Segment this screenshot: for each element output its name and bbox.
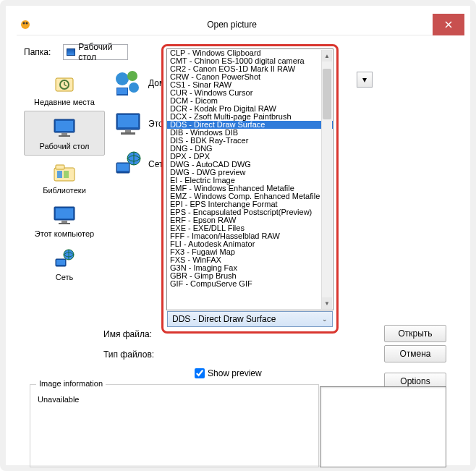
scroll-thumb[interactable] xyxy=(323,69,331,119)
titlebar: Open picture xyxy=(17,14,464,35)
checkbox-label: Show preview xyxy=(208,368,262,378)
close-button[interactable] xyxy=(433,14,464,35)
info-text: Unavailable xyxy=(30,385,318,414)
filetype-option[interactable]: DCR - Kodak Pro Digital RAW xyxy=(167,105,333,113)
svg-point-2 xyxy=(26,22,28,24)
svg-rect-8 xyxy=(59,135,70,137)
filetype-option[interactable]: DCX - Zsoft Multi-page Paintbrush xyxy=(167,113,333,121)
filetype-option[interactable]: CR2 - Canon EOS-1D Mark II RAW xyxy=(167,65,333,73)
folder-combo[interactable]: Рабочий стол xyxy=(63,44,128,60)
filetype-option[interactable]: G3N - Imaging Fax xyxy=(167,264,333,272)
sidebar-item-libraries[interactable]: Библиотеки xyxy=(24,156,105,199)
svg-rect-6 xyxy=(56,121,73,131)
network-icon xyxy=(114,150,143,179)
places-sidebar: Недавние места Рабочий стол Библиотеки xyxy=(24,67,105,342)
filetype-option[interactable]: EMF - Windows Enhanced Metafile xyxy=(167,184,333,192)
filetype-option[interactable]: FXS - WinFAX xyxy=(167,256,333,264)
filetype-option[interactable]: DIS - BDK Ray-Tracer xyxy=(167,137,333,145)
info-legend: Image information xyxy=(36,379,106,388)
show-preview-checkbox[interactable]: Show preview xyxy=(195,368,262,378)
filetype-option[interactable]: DPX - DPX xyxy=(167,153,333,161)
svg-point-21 xyxy=(127,71,137,81)
filetype-option[interactable]: EMZ - Windows Comp. Enhanced Metafile xyxy=(167,192,333,200)
sidebar-item-recent[interactable]: Недавние места xyxy=(24,67,105,111)
filetype-option[interactable]: CMT - Chinon ES-1000 digital camera xyxy=(167,57,333,65)
libraries-icon xyxy=(51,161,77,183)
sidebar-item-network[interactable]: Сеть xyxy=(24,242,105,286)
filetype-option[interactable]: CS1 - Sinar RAW xyxy=(167,81,333,89)
filetype-combo-value: DDS - Direct Draw Surface xyxy=(172,314,276,324)
preview-box xyxy=(320,386,446,467)
image-information-group: Image information Unavailable xyxy=(30,384,319,467)
sidebar-item-label: Недавние места xyxy=(34,98,95,106)
network-icon xyxy=(51,248,77,270)
sidebar-item-computer[interactable]: Этот компьютер xyxy=(24,199,105,242)
app-icon xyxy=(20,19,31,30)
scroll-up-arrow[interactable]: ▲ xyxy=(322,50,332,61)
filename-label: Имя файла: xyxy=(103,329,152,339)
window-title: Open picture xyxy=(31,20,433,30)
filetype-dropdown-highlight: CLP - Windows ClipboardCMT - Chinon ES-1… xyxy=(161,44,339,334)
network-group-icon xyxy=(114,69,143,98)
open-button[interactable]: Открыть xyxy=(384,325,446,342)
filetype-option[interactable]: CLP - Windows Clipboard xyxy=(167,49,333,57)
filetype-option[interactable]: EPS - Encapsulated Postscript(Preview) xyxy=(167,208,333,216)
filetype-option[interactable]: DWG - DWG preview xyxy=(167,169,333,177)
filetype-option[interactable]: DNG - DNG xyxy=(167,145,333,153)
filetype-dropdown-list[interactable]: CLP - Windows ClipboardCMT - Chinon ES-1… xyxy=(166,48,333,310)
svg-rect-14 xyxy=(56,208,73,218)
nav-dropdown-button[interactable]: ▾ xyxy=(357,72,373,88)
filetype-option[interactable]: FFF - Imacon/Hasselblad RAW xyxy=(167,232,333,240)
svg-point-22 xyxy=(129,82,139,93)
action-buttons: Открыть Отмена Options xyxy=(384,325,446,390)
filetype-label: Тип файлов: xyxy=(103,349,154,360)
svg-rect-18 xyxy=(56,260,65,265)
filetype-option[interactable]: DIB - Windows DIB xyxy=(167,129,333,137)
filetype-combo[interactable]: DDS - Direct Draw Surface ⌄ xyxy=(167,311,333,327)
svg-rect-16 xyxy=(59,223,70,224)
filetype-option[interactable]: GIF - CompuServe GIF xyxy=(167,280,333,288)
svg-rect-24 xyxy=(117,88,127,94)
scroll-track[interactable] xyxy=(322,61,332,297)
filetype-option[interactable]: ERF - Epson RAW xyxy=(167,216,333,224)
svg-rect-11 xyxy=(57,171,62,178)
folder-value: Рабочий стол xyxy=(78,42,124,62)
filetype-option[interactable]: FLI - Autodesk Animator xyxy=(167,240,333,248)
checkbox-input[interactable] xyxy=(195,368,205,378)
cancel-button[interactable]: Отмена xyxy=(384,345,446,362)
svg-point-0 xyxy=(21,20,30,29)
sidebar-item-label: Этот компьютер xyxy=(35,229,94,238)
svg-rect-27 xyxy=(125,130,131,132)
filetype-option[interactable]: EXE - EXE/DLL Files xyxy=(167,224,333,232)
svg-point-1 xyxy=(23,22,25,24)
filetype-option[interactable]: GBR - Gimp Brush xyxy=(167,272,333,280)
sidebar-item-desktop[interactable]: Рабочий стол xyxy=(24,111,105,156)
desktop-icon xyxy=(67,48,75,56)
svg-rect-12 xyxy=(64,171,69,178)
recent-icon xyxy=(51,73,77,95)
sidebar-item-label: Библиотеки xyxy=(43,186,86,195)
desktop-icon xyxy=(51,117,77,139)
svg-rect-10 xyxy=(56,165,64,169)
svg-rect-28 xyxy=(121,132,135,135)
filetype-option[interactable]: DDS - Direct Draw Surface xyxy=(167,121,333,129)
svg-rect-15 xyxy=(61,221,67,223)
scrollbar[interactable]: ▲ ▼ xyxy=(321,50,332,309)
folder-label: Папка: xyxy=(24,47,59,57)
sidebar-item-label: Рабочий стол xyxy=(39,142,89,150)
computer-icon xyxy=(51,205,77,226)
filetype-option[interactable]: EPI - EPS Interchange Format xyxy=(167,200,333,208)
chevron-down-icon: ⌄ xyxy=(322,315,328,323)
filetype-option[interactable]: DWG - AutoCAD DWG xyxy=(167,161,333,169)
filetype-option[interactable]: DCM - Dicom xyxy=(167,97,333,105)
svg-rect-30 xyxy=(117,164,129,171)
filetype-option[interactable]: EI - Electric Image xyxy=(167,177,333,184)
dialog-window: Open picture Папка: Рабочий стол ▾ Недав… xyxy=(0,0,476,471)
svg-rect-7 xyxy=(61,133,67,135)
filetype-option[interactable]: CUR - Windows Cursor xyxy=(167,89,333,97)
sidebar-item-label: Сеть xyxy=(56,273,73,281)
computer-icon xyxy=(114,109,143,138)
scroll-down-arrow[interactable]: ▼ xyxy=(322,297,332,309)
filetype-option[interactable]: CRW - Canon PowerShot xyxy=(167,73,333,81)
filetype-option[interactable]: FX3 - Fugawi Map xyxy=(167,248,333,256)
